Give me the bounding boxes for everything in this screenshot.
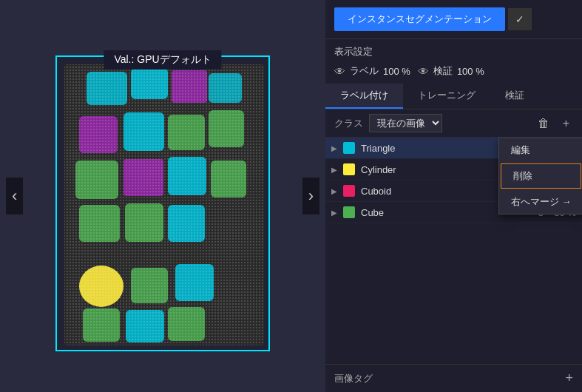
validate-text: 検証: [433, 64, 453, 78]
label-pct: 100 %: [383, 66, 410, 77]
tab-validation[interactable]: 検証: [490, 84, 539, 109]
right-panel: インスタンスセグメンテーション ✓ 表示設定 👁 ラベル 100 % 👁 検証 …: [325, 0, 582, 392]
expand-arrow-cuboid: ▶: [331, 187, 340, 195]
expand-arrow-cube: ▶: [331, 209, 340, 217]
image-panel: Val.: GPUデフォルト ‹ ›: [0, 0, 325, 392]
tab-training[interactable]: トレーニング: [403, 84, 490, 109]
expand-arrow-triangle: ▶: [331, 144, 340, 152]
image-canvas: [55, 55, 270, 351]
top-bar: インスタンスセグメンテーション ✓: [325, 0, 582, 39]
bottom-bar: 画像タグ +: [325, 364, 582, 392]
validate-eye-icon: 👁: [418, 65, 429, 78]
display-settings-row: 👁 ラベル 100 % 👁 検証 100 %: [325, 61, 582, 84]
color-triangle: [343, 142, 355, 154]
class-filter-select[interactable]: 現在の画像: [369, 114, 442, 132]
color-cube: [343, 206, 355, 218]
add-class-button[interactable]: +: [559, 115, 573, 132]
context-edit[interactable]: 編集: [499, 138, 582, 162]
annotation-svg: [57, 57, 270, 351]
class-filter-label: クラス: [334, 117, 363, 130]
color-cylinder: [343, 163, 355, 175]
image-tag-label: 画像タグ: [334, 372, 373, 385]
class-filter-row: クラス 現在の画像 🗑 +: [325, 109, 582, 138]
add-tag-button[interactable]: +: [565, 371, 573, 386]
context-delete[interactable]: 削除: [501, 163, 581, 189]
segment-button[interactable]: インスタンスセグメンテーション: [334, 7, 505, 31]
label-eye-icon: 👁: [334, 65, 345, 78]
class-list: ▶ Triangle 6 30 % 編集 削除 右へマージ → ▶ Cylind…: [325, 138, 582, 364]
val-label: Val.: GPUデフォルト: [104, 50, 221, 70]
label-display-item: 👁 ラベル 100 %: [334, 64, 410, 78]
tabs-row: ラベル付け トレーニング 検証: [325, 84, 582, 109]
validate-display-item: 👁 検証 100 %: [418, 64, 484, 78]
color-cuboid: [343, 185, 355, 197]
class-item-triangle[interactable]: ▶ Triangle 6 30 % 編集 削除 右へマージ →: [325, 138, 582, 159]
tab-labeling[interactable]: ラベル付け: [325, 84, 403, 109]
prev-arrow[interactable]: ‹: [6, 178, 23, 214]
context-merge-right[interactable]: 右へマージ →: [499, 190, 582, 214]
validate-pct: 100 %: [457, 66, 484, 77]
next-arrow[interactable]: ›: [302, 178, 319, 214]
context-menu: 編集 削除 右へマージ →: [498, 138, 582, 214]
label-text: ラベル: [350, 64, 379, 78]
svg-rect-23: [64, 64, 264, 345]
delete-class-button[interactable]: 🗑: [534, 115, 553, 132]
display-settings-title: 表示設定: [325, 39, 582, 61]
expand-arrow-cylinder: ▶: [331, 166, 340, 174]
check-button[interactable]: ✓: [508, 8, 532, 30]
